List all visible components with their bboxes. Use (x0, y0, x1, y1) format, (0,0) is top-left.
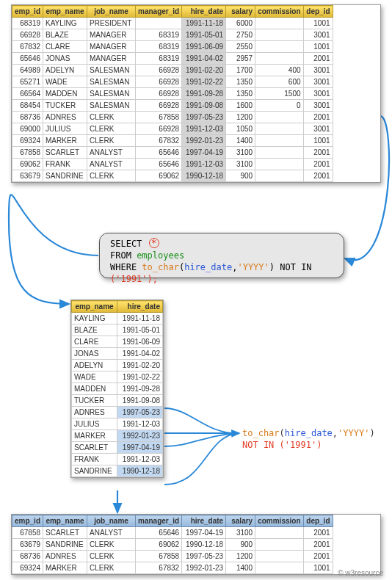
result-table: emp_idemp_namejob_namemanager_idhire_dat… (11, 514, 381, 575)
sql-star-icon: * (149, 238, 159, 248)
sql-from: FROM (110, 250, 131, 261)
sql-select: SELECT (110, 239, 142, 249)
table-row: 68736ADNRESCLERK678581997-05-2312002001 (12, 112, 333, 123)
table-row: 68454TUCKERSALESMAN669281991-09-08160003… (12, 100, 333, 112)
sql-lit: ('1991'); (110, 274, 158, 284)
col-emp_name: emp_name (43, 6, 87, 18)
table-row: 67858SCARLETANALYST656461997-04-19310020… (12, 147, 333, 159)
col-job_name: job_name (87, 6, 136, 18)
table-row: SANDRINE1990-12-18 (72, 465, 163, 477)
annot-notin: NOT IN ('1991') (242, 439, 375, 451)
col-hire_date: hire_date (117, 301, 163, 313)
sql-where: WHERE (110, 262, 137, 272)
table-row: 68319KAYLINGPRESIDENT1991-11-1860001001 (12, 18, 333, 29)
table-row: 69062FRANKANALYST656461991-12-0331002001 (12, 159, 333, 170)
col-emp_name: emp_name (43, 515, 87, 527)
annot-arg: 'YYYY' (338, 428, 369, 438)
table-row: MARKER1992-01-23 (72, 430, 163, 442)
table-row: 69000JULIUSCLERK669281991-12-0310503001 (12, 123, 333, 135)
sql-table: employees (137, 250, 184, 261)
col-dep_id: dep_id (303, 6, 333, 18)
table-row: 69324MARKERCLERK678321992-01-2314001001 (12, 135, 333, 147)
annot-fn: to_char (242, 428, 280, 438)
table-row: 63679SANDRINECLERK690621990-12-189002001 (12, 539, 333, 551)
projection-table: emp_namehire_date KAYLING1991-11-18BLAZE… (70, 300, 164, 478)
table-row: CLARE1991-06-09 (72, 336, 163, 348)
table-row: FRANK1991-12-03 (72, 454, 163, 465)
table-row: TUCKER1991-09-08 (72, 395, 163, 407)
table-row: KAYLING1991-11-18 (72, 313, 163, 325)
table-row: 66928BLAZEMANAGER683191991-05-0127503001 (12, 29, 333, 41)
table-row: ADELYN1991-02-20 (72, 360, 163, 371)
col-job_name: job_name (87, 515, 136, 527)
table-row: JULIUS1991-12-03 (72, 418, 163, 430)
table-row: 67858SCARLETANALYST656461997-04-19310020… (12, 527, 333, 539)
table-row: SCARLET1997-04-19 (72, 442, 163, 454)
footer-credit: © w3resource (338, 569, 383, 577)
table-row: BLAZE1991-05-01 (72, 325, 163, 336)
sql-arg: 'YYYY' (237, 262, 269, 272)
col-hire_date: hire_date (182, 6, 226, 18)
col-dep_id: dep_id (303, 515, 333, 527)
col-manager_id: manager_id (136, 6, 182, 18)
col-emp_id: emp_id (12, 6, 43, 18)
table-row: WADE1991-02-22 (72, 371, 163, 383)
col-commission: commission (255, 6, 303, 18)
employees-table: emp_idemp_namejob_namemanager_idhire_dat… (11, 4, 381, 183)
sql-notin: NOT IN (280, 262, 311, 272)
annot-col: hire_date (285, 428, 333, 438)
table-row: 64989ADELYNSALESMAN669281991-02-20170040… (12, 65, 333, 76)
table-row: 65271WADESALESMAN669281991-02-2213506003… (12, 76, 333, 88)
filter-annotation: to_char(hire_date,'YYYY') NOT IN ('1991'… (242, 427, 375, 451)
sql-fn: to_char (142, 262, 179, 272)
table-row: 69324MARKERCLERK678321992-01-2314001001 (12, 562, 333, 574)
col-salary: salary (226, 515, 255, 527)
col-hire_date: hire_date (182, 515, 226, 527)
table-row: MADDEN1991-09-28 (72, 383, 163, 395)
table-row: 68736ADNRESCLERK678581997-05-2312002001 (12, 551, 333, 562)
sql-query-box: SELECT * FROM employees WHERE to_char(hi… (99, 233, 344, 278)
table-row: JONAS1991-04-02 (72, 348, 163, 360)
table-row: 63679SANDRINECLERK690621990-12-189002001 (12, 170, 333, 182)
col-emp_id: emp_id (12, 515, 43, 527)
table-row: 66564MADDENSALESMAN669281991-09-28135015… (12, 88, 333, 100)
table-row: 65646JONASMANAGER683191991-04-0229572001 (12, 53, 333, 65)
col-commission: commission (255, 515, 303, 527)
col-emp_name: emp_name (72, 301, 117, 313)
table-row: ADNRES1997-05-23 (72, 407, 163, 418)
col-manager_id: manager_id (136, 515, 182, 527)
sql-col: hire_date (184, 262, 232, 272)
col-salary: salary (226, 6, 255, 18)
table-row: 67832CLAREMANAGER683191991-06-0925501001 (12, 41, 333, 53)
